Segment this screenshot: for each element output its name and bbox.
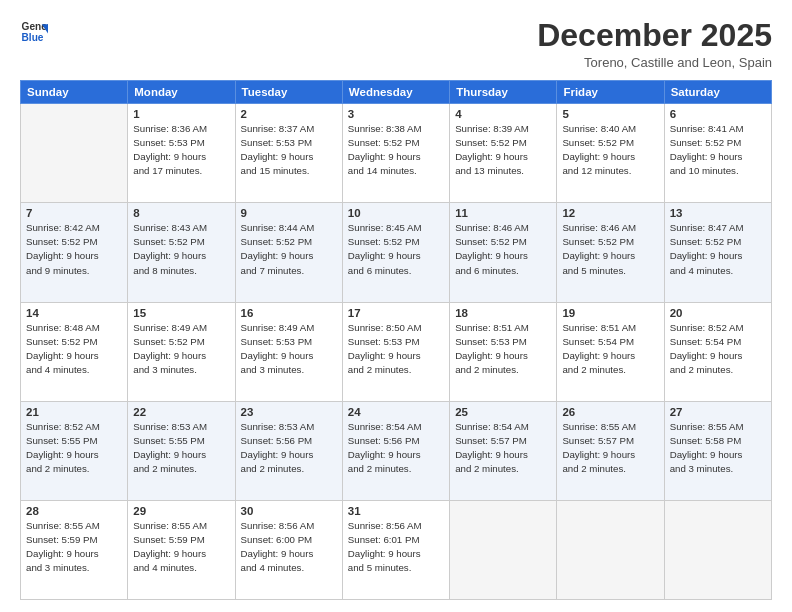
table-row: 18Sunrise: 8:51 AM Sunset: 5:53 PM Dayli…	[450, 302, 557, 401]
day-number: 7	[26, 207, 122, 219]
table-row: 1Sunrise: 8:36 AM Sunset: 5:53 PM Daylig…	[128, 104, 235, 203]
day-number: 22	[133, 406, 229, 418]
logo-icon: General Blue	[20, 18, 48, 46]
header-saturday: Saturday	[664, 81, 771, 104]
day-number: 1	[133, 108, 229, 120]
table-row: 10Sunrise: 8:45 AM Sunset: 5:52 PM Dayli…	[342, 203, 449, 302]
day-info: Sunrise: 8:42 AM Sunset: 5:52 PM Dayligh…	[26, 221, 122, 277]
day-number: 21	[26, 406, 122, 418]
day-info: Sunrise: 8:52 AM Sunset: 5:55 PM Dayligh…	[26, 420, 122, 476]
day-number: 23	[241, 406, 337, 418]
day-info: Sunrise: 8:51 AM Sunset: 5:54 PM Dayligh…	[562, 321, 658, 377]
day-number: 31	[348, 505, 444, 517]
table-row: 26Sunrise: 8:55 AM Sunset: 5:57 PM Dayli…	[557, 401, 664, 500]
table-row: 31Sunrise: 8:56 AM Sunset: 6:01 PM Dayli…	[342, 500, 449, 599]
table-row: 16Sunrise: 8:49 AM Sunset: 5:53 PM Dayli…	[235, 302, 342, 401]
day-info: Sunrise: 8:48 AM Sunset: 5:52 PM Dayligh…	[26, 321, 122, 377]
day-number: 18	[455, 307, 551, 319]
table-row: 5Sunrise: 8:40 AM Sunset: 5:52 PM Daylig…	[557, 104, 664, 203]
table-row: 24Sunrise: 8:54 AM Sunset: 5:56 PM Dayli…	[342, 401, 449, 500]
day-number: 9	[241, 207, 337, 219]
table-row: 13Sunrise: 8:47 AM Sunset: 5:52 PM Dayli…	[664, 203, 771, 302]
day-number: 14	[26, 307, 122, 319]
table-row	[557, 500, 664, 599]
header-thursday: Thursday	[450, 81, 557, 104]
table-row: 15Sunrise: 8:49 AM Sunset: 5:52 PM Dayli…	[128, 302, 235, 401]
table-row	[450, 500, 557, 599]
table-row: 25Sunrise: 8:54 AM Sunset: 5:57 PM Dayli…	[450, 401, 557, 500]
month-title: December 2025	[537, 18, 772, 53]
table-row: 12Sunrise: 8:46 AM Sunset: 5:52 PM Dayli…	[557, 203, 664, 302]
table-row: 22Sunrise: 8:53 AM Sunset: 5:55 PM Dayli…	[128, 401, 235, 500]
day-number: 25	[455, 406, 551, 418]
day-number: 5	[562, 108, 658, 120]
day-number: 24	[348, 406, 444, 418]
day-number: 16	[241, 307, 337, 319]
day-info: Sunrise: 8:44 AM Sunset: 5:52 PM Dayligh…	[241, 221, 337, 277]
day-info: Sunrise: 8:47 AM Sunset: 5:52 PM Dayligh…	[670, 221, 766, 277]
day-number: 2	[241, 108, 337, 120]
header: General Blue December 2025 Toreno, Casti…	[20, 18, 772, 70]
day-info: Sunrise: 8:41 AM Sunset: 5:52 PM Dayligh…	[670, 122, 766, 178]
day-info: Sunrise: 8:39 AM Sunset: 5:52 PM Dayligh…	[455, 122, 551, 178]
title-block: December 2025 Toreno, Castille and Leon,…	[537, 18, 772, 70]
day-info: Sunrise: 8:53 AM Sunset: 5:56 PM Dayligh…	[241, 420, 337, 476]
day-number: 4	[455, 108, 551, 120]
day-number: 3	[348, 108, 444, 120]
table-row	[664, 500, 771, 599]
day-number: 15	[133, 307, 229, 319]
header-monday: Monday	[128, 81, 235, 104]
day-info: Sunrise: 8:46 AM Sunset: 5:52 PM Dayligh…	[562, 221, 658, 277]
day-info: Sunrise: 8:50 AM Sunset: 5:53 PM Dayligh…	[348, 321, 444, 377]
day-number: 11	[455, 207, 551, 219]
table-row: 29Sunrise: 8:55 AM Sunset: 5:59 PM Dayli…	[128, 500, 235, 599]
logo: General Blue	[20, 18, 48, 46]
table-row: 27Sunrise: 8:55 AM Sunset: 5:58 PM Dayli…	[664, 401, 771, 500]
day-info: Sunrise: 8:49 AM Sunset: 5:52 PM Dayligh…	[133, 321, 229, 377]
header-friday: Friday	[557, 81, 664, 104]
table-row: 9Sunrise: 8:44 AM Sunset: 5:52 PM Daylig…	[235, 203, 342, 302]
table-row: 6Sunrise: 8:41 AM Sunset: 5:52 PM Daylig…	[664, 104, 771, 203]
header-wednesday: Wednesday	[342, 81, 449, 104]
day-info: Sunrise: 8:49 AM Sunset: 5:53 PM Dayligh…	[241, 321, 337, 377]
day-info: Sunrise: 8:55 AM Sunset: 5:57 PM Dayligh…	[562, 420, 658, 476]
day-number: 12	[562, 207, 658, 219]
table-row	[21, 104, 128, 203]
calendar-week-row: 21Sunrise: 8:52 AM Sunset: 5:55 PM Dayli…	[21, 401, 772, 500]
day-info: Sunrise: 8:38 AM Sunset: 5:52 PM Dayligh…	[348, 122, 444, 178]
day-info: Sunrise: 8:55 AM Sunset: 5:59 PM Dayligh…	[26, 519, 122, 575]
page: General Blue December 2025 Toreno, Casti…	[0, 0, 792, 612]
calendar-header-row: Sunday Monday Tuesday Wednesday Thursday…	[21, 81, 772, 104]
table-row: 28Sunrise: 8:55 AM Sunset: 5:59 PM Dayli…	[21, 500, 128, 599]
day-info: Sunrise: 8:40 AM Sunset: 5:52 PM Dayligh…	[562, 122, 658, 178]
day-number: 10	[348, 207, 444, 219]
table-row: 20Sunrise: 8:52 AM Sunset: 5:54 PM Dayli…	[664, 302, 771, 401]
table-row: 2Sunrise: 8:37 AM Sunset: 5:53 PM Daylig…	[235, 104, 342, 203]
location: Toreno, Castille and Leon, Spain	[537, 55, 772, 70]
day-number: 30	[241, 505, 337, 517]
table-row: 8Sunrise: 8:43 AM Sunset: 5:52 PM Daylig…	[128, 203, 235, 302]
day-number: 17	[348, 307, 444, 319]
day-info: Sunrise: 8:55 AM Sunset: 5:58 PM Dayligh…	[670, 420, 766, 476]
header-sunday: Sunday	[21, 81, 128, 104]
table-row: 4Sunrise: 8:39 AM Sunset: 5:52 PM Daylig…	[450, 104, 557, 203]
day-number: 6	[670, 108, 766, 120]
day-info: Sunrise: 8:45 AM Sunset: 5:52 PM Dayligh…	[348, 221, 444, 277]
table-row: 19Sunrise: 8:51 AM Sunset: 5:54 PM Dayli…	[557, 302, 664, 401]
header-tuesday: Tuesday	[235, 81, 342, 104]
day-number: 13	[670, 207, 766, 219]
day-number: 28	[26, 505, 122, 517]
table-row: 17Sunrise: 8:50 AM Sunset: 5:53 PM Dayli…	[342, 302, 449, 401]
svg-text:Blue: Blue	[22, 32, 44, 43]
day-info: Sunrise: 8:53 AM Sunset: 5:55 PM Dayligh…	[133, 420, 229, 476]
day-number: 26	[562, 406, 658, 418]
day-info: Sunrise: 8:36 AM Sunset: 5:53 PM Dayligh…	[133, 122, 229, 178]
table-row: 21Sunrise: 8:52 AM Sunset: 5:55 PM Dayli…	[21, 401, 128, 500]
calendar-week-row: 28Sunrise: 8:55 AM Sunset: 5:59 PM Dayli…	[21, 500, 772, 599]
day-info: Sunrise: 8:55 AM Sunset: 5:59 PM Dayligh…	[133, 519, 229, 575]
day-info: Sunrise: 8:56 AM Sunset: 6:00 PM Dayligh…	[241, 519, 337, 575]
day-number: 27	[670, 406, 766, 418]
day-info: Sunrise: 8:56 AM Sunset: 6:01 PM Dayligh…	[348, 519, 444, 575]
day-number: 20	[670, 307, 766, 319]
calendar-week-row: 1Sunrise: 8:36 AM Sunset: 5:53 PM Daylig…	[21, 104, 772, 203]
